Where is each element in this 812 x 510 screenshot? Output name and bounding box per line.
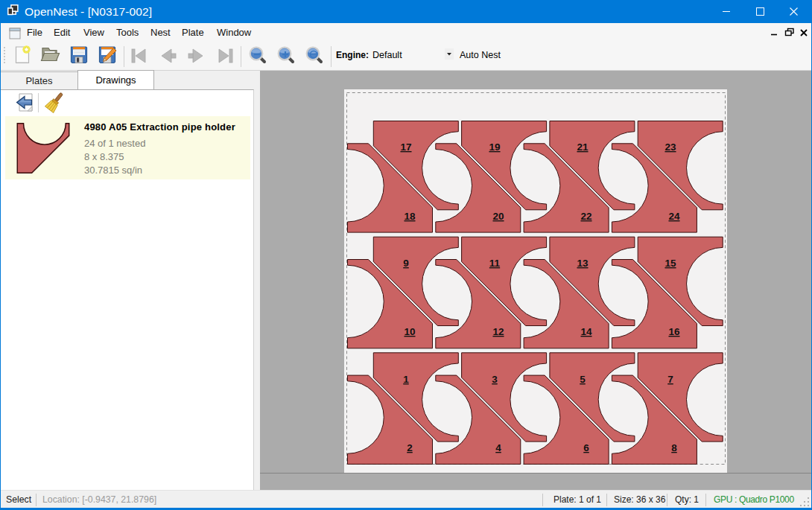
svg-text:2: 2 xyxy=(407,442,413,453)
svg-text:18: 18 xyxy=(404,211,416,222)
svg-text:6: 6 xyxy=(583,442,589,453)
svg-text:8: 8 xyxy=(671,442,677,453)
svg-text:20: 20 xyxy=(492,211,504,222)
svg-text:19: 19 xyxy=(489,141,500,153)
svg-text:14: 14 xyxy=(580,326,592,337)
svg-text:5: 5 xyxy=(580,374,586,385)
svg-text:15: 15 xyxy=(664,258,676,269)
svg-text:17: 17 xyxy=(400,141,411,153)
svg-text:22: 22 xyxy=(580,211,591,222)
svg-text:16: 16 xyxy=(668,326,680,337)
svg-text:23: 23 xyxy=(664,141,676,153)
svg-text:10: 10 xyxy=(404,326,415,337)
svg-text:12: 12 xyxy=(492,326,504,337)
svg-text:3: 3 xyxy=(492,374,498,385)
svg-text:13: 13 xyxy=(577,258,589,269)
svg-text:4: 4 xyxy=(495,442,501,453)
svg-text:1: 1 xyxy=(403,374,409,385)
svg-text:9: 9 xyxy=(403,258,409,269)
svg-text:24: 24 xyxy=(668,211,680,222)
svg-text:21: 21 xyxy=(577,141,589,153)
svg-text:11: 11 xyxy=(489,258,501,269)
svg-text:7: 7 xyxy=(667,374,673,385)
